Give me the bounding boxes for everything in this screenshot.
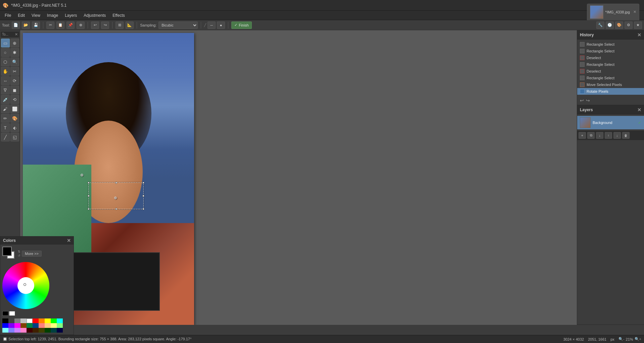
pal-brown[interactable] (20, 323, 27, 328)
paste-button[interactable]: 📌 (66, 22, 75, 29)
pal-darknavy[interactable] (57, 328, 63, 333)
settings-icon[interactable]: ⚙ (625, 22, 633, 29)
handle-tl[interactable] (88, 182, 90, 184)
pal-peach[interactable] (45, 323, 51, 328)
pal-red[interactable] (33, 318, 39, 323)
sampling-dropdown[interactable]: Bicubic Bilinear Nearest Neighbor (158, 22, 198, 29)
handle-tm[interactable] (115, 182, 117, 184)
pal-teal[interactable] (51, 328, 57, 333)
cut-button[interactable]: ✂ (46, 22, 54, 29)
undo-button[interactable]: ↩ (91, 22, 99, 29)
fill-tool[interactable]: ◼ (10, 86, 19, 94)
ellipse-select-tool[interactable]: ○ (1, 48, 10, 57)
handle-br[interactable] (142, 208, 144, 210)
redo-button[interactable]: ↪ (101, 22, 109, 29)
history-item-7[interactable]: Move Selected Pixels (577, 81, 644, 88)
pal-pink[interactable] (39, 323, 45, 328)
move-up-btn[interactable]: ↑ (605, 132, 612, 139)
handle-mr[interactable] (142, 195, 144, 197)
pal-lightcyan[interactable] (2, 328, 8, 333)
line-tool[interactable]: ╱ (1, 133, 10, 141)
history-close-icon[interactable]: ✕ (637, 32, 641, 38)
tab-close-icon[interactable]: ✕ (633, 10, 636, 14)
palette-white[interactable] (9, 311, 15, 316)
history-undo-btn[interactable]: ↩ (580, 98, 584, 103)
menu-effects[interactable]: Effects (109, 12, 128, 19)
pal-blue[interactable] (2, 323, 8, 328)
menu-view[interactable]: View (28, 12, 44, 19)
finish-button[interactable]: ✓ Finish (231, 22, 251, 29)
rotate-tool[interactable]: ⟳ (10, 76, 19, 85)
new-button[interactable]: 📄 (12, 22, 20, 29)
duplicate-layer-btn[interactable]: ⧉ (587, 132, 595, 139)
clone-tool[interactable]: ⟲ (10, 95, 19, 104)
handle-bl[interactable] (88, 208, 90, 210)
menu-edit[interactable]: Edit (14, 12, 28, 19)
swap-colors-icon[interactable]: ⇅ (18, 250, 20, 253)
history-item-8[interactable]: Rotate Pixels (577, 88, 644, 95)
document-tab[interactable]: *IMG_4338.jpg ✕ (587, 4, 639, 20)
zoom-out-icon[interactable]: 🔍- (618, 337, 625, 341)
toolbox-close[interactable]: ✕ (15, 32, 18, 37)
handle-bm[interactable] (115, 208, 117, 210)
handle-ml[interactable] (88, 195, 90, 197)
pal-lightblue[interactable] (8, 328, 14, 333)
delete-layer-btn[interactable]: 🗑 (622, 132, 630, 139)
magic-wand-tool[interactable]: ⬡ (1, 57, 10, 66)
menu-image[interactable]: Image (44, 12, 61, 19)
pal-magenta[interactable] (14, 323, 20, 328)
crop-tool[interactable]: ✂ (10, 67, 19, 76)
grid-button[interactable]: ⊞ (116, 22, 124, 29)
pal-lavender[interactable] (14, 328, 20, 333)
color-picker-tool[interactable]: 💉 (1, 95, 10, 104)
copy-button[interactable]: 📋 (56, 22, 64, 29)
pal-darkred[interactable] (27, 328, 33, 333)
pal-hotpink[interactable] (20, 328, 27, 333)
palette-black[interactable] (2, 311, 8, 316)
move-tool[interactable]: ⊕ (10, 39, 19, 47)
handle-tr[interactable] (142, 182, 144, 184)
lasso-tool[interactable]: ✱ (10, 48, 19, 57)
pal-black[interactable] (2, 318, 8, 323)
pal-gray[interactable] (14, 318, 20, 323)
selection-tool[interactable]: ⬖ (10, 123, 19, 132)
history-item-5[interactable]: Deselect (577, 68, 644, 75)
pan-tool[interactable]: ✋ (1, 67, 10, 76)
brush-size-button[interactable]: ● (217, 22, 225, 29)
history-redo-btn[interactable]: ↪ (586, 98, 590, 103)
shapes-tool[interactable]: ◱ (10, 133, 19, 141)
layers-close-icon[interactable]: ✕ (637, 107, 641, 113)
pal-darkgreen[interactable] (45, 328, 51, 333)
color-wheel[interactable] (2, 262, 49, 309)
line-style-button[interactable]: ─ (208, 22, 216, 29)
recolor-tool[interactable]: 🎨 (10, 114, 19, 123)
move-selection-tool[interactable]: ↔ (1, 76, 10, 85)
canvas-area[interactable]: ⊕ ⊕ (20, 30, 577, 325)
pal-lightyellow[interactable] (51, 323, 57, 328)
history-item-4[interactable]: Rectangle Select (577, 61, 644, 68)
text-tool[interactable]: T (1, 123, 10, 132)
zoom-tool[interactable]: 🔍 (10, 57, 19, 66)
save-button[interactable]: 💾 (32, 22, 40, 29)
add-layer-btn[interactable]: + (579, 132, 586, 139)
pal-silver[interactable] (20, 318, 27, 323)
foreground-color-swatch[interactable] (2, 247, 12, 256)
history-item-2[interactable]: Rectangle Select (577, 48, 644, 54)
layer-background[interactable]: Background ✓ (577, 116, 644, 129)
reset-colors-icon[interactable]: ↺ (18, 254, 20, 257)
paste-into-button[interactable]: ⊕ (77, 22, 85, 29)
brush-tool[interactable]: 🖌 (1, 104, 10, 113)
colors-close-icon[interactable]: ✕ (67, 238, 71, 243)
pal-lime[interactable] (51, 318, 57, 323)
move-down-btn[interactable]: ↓ (613, 132, 621, 139)
pal-green[interactable] (27, 323, 33, 328)
eraser-tool[interactable]: ⬜ (10, 104, 19, 113)
pal-violet[interactable] (8, 323, 14, 328)
rulers-button[interactable]: 📐 (126, 22, 134, 29)
pal-orange[interactable] (39, 318, 45, 323)
pal-darkbrown[interactable] (33, 328, 39, 333)
history-item-3[interactable]: Deselect (577, 54, 644, 61)
gradient-tool[interactable]: ∇ (1, 86, 10, 94)
merge-layer-btn[interactable]: ↓ (596, 132, 603, 139)
pal-lightgreen[interactable] (57, 323, 63, 328)
